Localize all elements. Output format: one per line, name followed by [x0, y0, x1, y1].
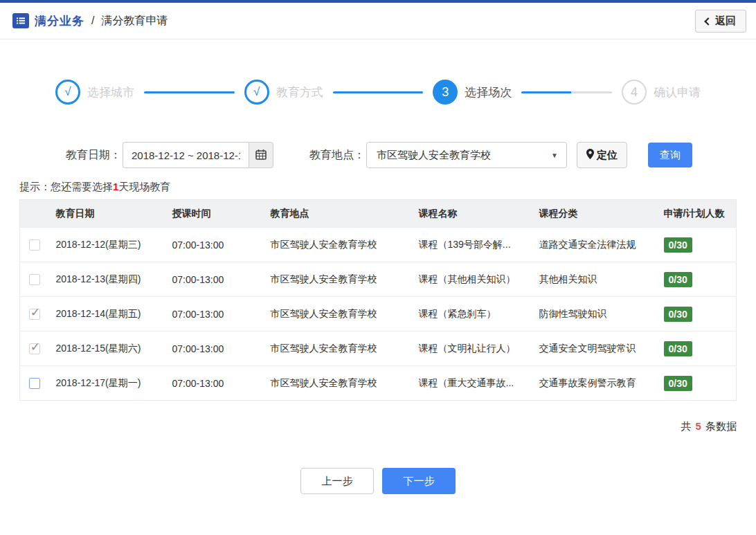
row-course: 课程（139号部令解... [412, 228, 532, 262]
row-category: 其他相关知识 [532, 262, 657, 297]
column-header-quota: 申请/计划人数 [657, 200, 737, 228]
total-prefix: 共 [681, 420, 691, 432]
step-3-label: 选择场次 [465, 84, 512, 100]
step-select-city: √ 选择城市 [55, 80, 134, 105]
table-row: ✓2018-12-14(星期五)07:00-13:00市区驾驶人安全教育学校课程… [20, 297, 737, 332]
column-header-date: 教育日期 [49, 200, 165, 228]
quota-badge: 0/30 [664, 307, 692, 322]
row-place: 市区驾驶人安全教育学校 [264, 228, 412, 262]
caret-down-icon: ▼ [551, 152, 558, 159]
prev-step-button[interactable]: 上一步 [300, 468, 374, 494]
table-row: ✓2018-12-15(星期六)07:00-13:00市区驾驶人安全教育学校课程… [20, 332, 737, 366]
row-category: 防御性驾驶知识 [532, 297, 657, 332]
check-icon: ✓ [30, 340, 40, 354]
row-category: 交通事故案例警示教育 [532, 366, 657, 401]
table-row: 2018-12-13(星期四)07:00-13:00市区驾驶人安全教育学校课程（… [20, 262, 737, 297]
table-row: 2018-12-17(星期一)07:00-13:00市区驾驶人安全教育学校课程（… [20, 366, 737, 401]
row-quota-cell: 0/30 [657, 366, 737, 401]
row-place: 市区驾驶人安全教育学校 [264, 332, 412, 366]
step-2-marker: √ [244, 80, 269, 105]
filter-bar: 教育日期： 教育地点： 市区驾驶人安全教育学校 ▼ [66, 142, 737, 168]
row-course: 课程（紧急刹车） [412, 297, 532, 332]
date-range-group [123, 142, 273, 168]
row-date: 2018-12-17(星期一) [49, 366, 165, 401]
breadcrumb-secondary: 满分教育申请 [101, 14, 168, 28]
education-date-input[interactable] [123, 142, 249, 168]
row-checkbox[interactable] [29, 378, 40, 389]
next-step-button[interactable]: 下一步 [382, 468, 456, 494]
chevron-left-icon [704, 17, 712, 25]
hint-text: 提示：您还需要选择1天现场教育 [19, 181, 737, 194]
column-header-place: 教育地点 [264, 200, 412, 228]
row-place: 市区驾驶人安全教育学校 [264, 262, 412, 297]
total-suffix: 条数据 [705, 420, 737, 432]
back-button-label: 返回 [715, 15, 736, 28]
row-place: 市区驾驶人安全教育学校 [264, 366, 412, 401]
row-date: 2018-12-13(星期四) [49, 262, 165, 297]
row-checkbox-cell [20, 366, 49, 401]
row-date: 2018-12-14(星期五) [49, 297, 165, 332]
stepper: √ 选择城市 √ 教育方式 3 选择场次 4 确认申请 [0, 78, 756, 106]
row-checkbox-cell [20, 262, 49, 297]
total-count: 共 5 条数据 [0, 420, 737, 433]
stepper-connector-2 [333, 91, 424, 93]
page-header: 满分业务 / 满分教育申请 返回 [0, 3, 756, 39]
session-table: 教育日期 授课时间 教育地点 课程名称 课程分类 申请/计划人数 2018-12… [19, 199, 737, 401]
education-date-label: 教育日期： [66, 148, 121, 163]
step-confirm-application: 4 确认申请 [622, 80, 701, 105]
step-1-label: 选择城市 [87, 84, 134, 100]
row-checkbox-cell: ✓ [20, 297, 49, 332]
calendar-icon [255, 149, 267, 162]
hint-suffix: 天现场教育 [118, 181, 170, 192]
row-quota-cell: 0/30 [657, 228, 737, 262]
quota-badge: 0/30 [664, 272, 692, 287]
session-table-body: 2018-12-12(星期三)07:00-13:00市区驾驶人安全教育学校课程（… [20, 228, 737, 401]
row-category: 交通安全文明驾驶常识 [532, 332, 657, 366]
education-place-value: 市区驾驶人安全教育学校 [377, 149, 491, 162]
row-time: 07:00-13:00 [165, 262, 264, 297]
row-checkbox-cell [20, 228, 49, 262]
row-course: 课程（重大交通事故... [412, 366, 532, 401]
row-time: 07:00-13:00 [165, 332, 264, 366]
back-button[interactable]: 返回 [695, 10, 746, 33]
row-checkbox[interactable]: ✓ [29, 343, 40, 354]
column-header-time: 授课时间 [165, 200, 264, 228]
row-checkbox[interactable] [29, 274, 40, 285]
breadcrumb: 满分业务 / 满分教育申请 [12, 13, 168, 29]
step-education-mode: √ 教育方式 [244, 80, 323, 105]
row-date: 2018-12-12(星期三) [49, 228, 165, 262]
row-place: 市区驾驶人安全教育学校 [264, 297, 412, 332]
stepper-connector-1 [144, 91, 235, 93]
check-icon: ✓ [30, 305, 40, 320]
row-time: 07:00-13:00 [165, 228, 264, 262]
row-quota-cell: 0/30 [657, 297, 737, 332]
list-icon [12, 13, 29, 28]
step-select-session: 3 选择场次 [433, 80, 512, 105]
education-place-label: 教育地点： [309, 148, 365, 163]
wizard-actions: 上一步 下一步 [0, 468, 756, 494]
locate-button[interactable]: 定位 [577, 142, 627, 168]
search-button[interactable]: 查询 [648, 143, 692, 167]
quota-badge: 0/30 [664, 376, 692, 391]
quota-badge: 0/30 [664, 341, 692, 356]
quota-badge: 0/30 [664, 237, 692, 253]
row-date: 2018-12-15(星期六) [49, 332, 165, 366]
table-row: 2018-12-12(星期三)07:00-13:00市区驾驶人安全教育学校课程（… [20, 228, 737, 262]
row-quota-cell: 0/30 [657, 332, 737, 366]
row-category: 道路交通安全法律法规 [532, 228, 657, 262]
step-4-marker: 4 [622, 80, 647, 105]
breadcrumb-primary: 满分业务 [35, 13, 84, 29]
step-4-label: 确认申请 [654, 84, 701, 100]
step-2-label: 教育方式 [276, 84, 323, 100]
row-checkbox[interactable]: ✓ [29, 309, 40, 320]
stepper-connector-3 [521, 91, 612, 93]
row-time: 07:00-13:00 [165, 366, 264, 401]
row-time: 07:00-13:00 [165, 297, 264, 332]
calendar-button[interactable] [249, 142, 273, 168]
step-1-marker: √ [55, 80, 80, 105]
total-count-number: 5 [695, 420, 701, 432]
education-place-select[interactable]: 市区驾驶人安全教育学校 ▼ [366, 142, 567, 168]
row-course: 课程（其他相关知识） [412, 262, 532, 297]
row-checkbox[interactable] [29, 239, 40, 251]
header-checkbox-cell [20, 200, 49, 228]
